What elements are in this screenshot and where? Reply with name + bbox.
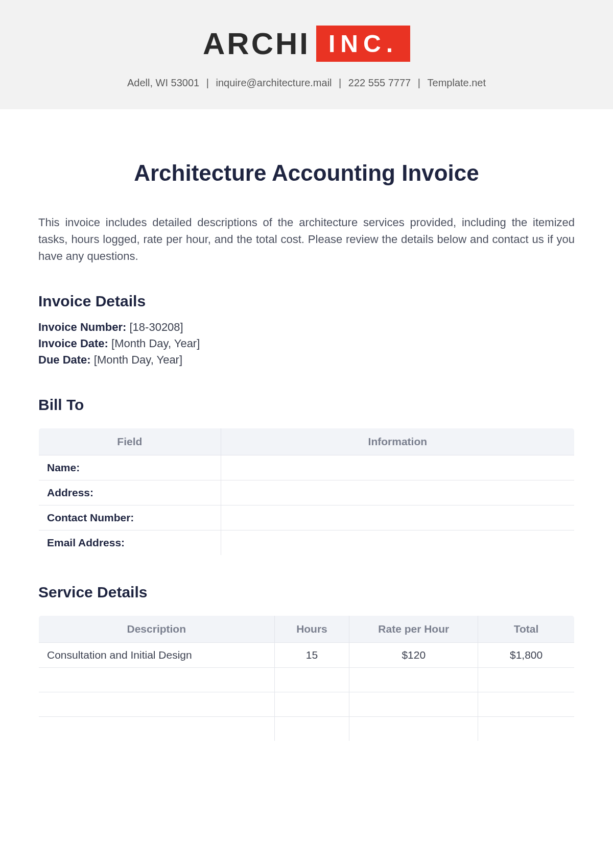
company-logo: ARCHI INC. [203,26,410,62]
cell-total[interactable] [478,667,575,692]
bill-to-section: Bill To Field Information Name: Address: [38,396,575,556]
field-value[interactable] [221,530,574,555]
field-label: Address: [39,480,221,505]
cell-total[interactable] [478,692,575,716]
field-value[interactable] [221,455,574,480]
table-row: Address: [39,480,575,505]
invoice-details-heading: Invoice Details [38,293,575,310]
intro-paragraph: This invoice includes detailed descripti… [38,214,575,264]
col-rate: Rate per Hour [349,615,478,642]
cell-rate[interactable] [349,667,478,692]
separator: | [339,77,341,88]
company-phone: 222 555 7777 [348,77,411,88]
service-details-heading: Service Details [38,584,575,601]
company-email: inquire@architecture.mail [216,77,332,88]
invoice-number-label: Invoice Number: [38,321,126,333]
company-site: Template.net [428,77,486,88]
cell-description[interactable] [39,716,275,741]
field-label: Name: [39,455,221,480]
separator: | [418,77,420,88]
cell-rate[interactable] [349,716,478,741]
table-row [39,667,575,692]
field-label: Email Address: [39,530,221,555]
field-label: Contact Number: [39,505,221,530]
cell-description[interactable] [39,667,275,692]
table-row: Contact Number: [39,505,575,530]
table-row: Email Address: [39,530,575,555]
cell-rate: $120 [349,642,478,667]
table-header-row: Description Hours Rate per Hour Total [39,615,575,642]
invoice-number-value: [18-30208] [130,321,183,333]
cell-rate[interactable] [349,692,478,716]
logo-text-left: ARCHI [203,26,310,61]
bill-to-heading: Bill To [38,396,575,414]
table-row: Consultation and Initial Design 15 $120 … [39,642,575,667]
table-header-row: Field Information [39,428,575,455]
due-date-label: Due Date: [38,353,91,366]
cell-total: $1,800 [478,642,575,667]
cell-hours[interactable] [274,692,349,716]
table-row: Name: [39,455,575,480]
company-address: Adell, WI 53001 [127,77,199,88]
cell-description[interactable] [39,692,275,716]
due-date-value: [Month Day, Year] [94,353,182,366]
table-row [39,716,575,741]
cell-hours[interactable] [274,716,349,741]
header: ARCHI INC. Adell, WI 53001 | inquire@arc… [0,0,613,109]
table-row [39,692,575,716]
col-description: Description [39,615,275,642]
cell-hours: 15 [274,642,349,667]
page-content: Architecture Accounting Invoice This inv… [0,109,613,762]
header-contact-line: Adell, WI 53001 | inquire@architecture.m… [0,77,613,89]
invoice-number-line: Invoice Number: [18-30208] [38,319,575,335]
col-total: Total [478,615,575,642]
due-date-line: Due Date: [Month Day, Year] [38,352,575,368]
cell-description: Consultation and Initial Design [39,642,275,667]
bill-to-table: Field Information Name: Address: Contact… [38,428,575,556]
col-hours: Hours [274,615,349,642]
invoice-date-line: Invoice Date: [Month Day, Year] [38,335,575,352]
logo-text-right: INC. [316,26,410,62]
col-field: Field [39,428,221,455]
separator: | [206,77,209,88]
field-value[interactable] [221,505,574,530]
service-table: Description Hours Rate per Hour Total Co… [38,615,575,741]
cell-hours[interactable] [274,667,349,692]
page-title: Architecture Accounting Invoice [38,160,575,186]
invoice-date-value: [Month Day, Year] [111,337,200,350]
service-details-section: Service Details Description Hours Rate p… [38,584,575,741]
invoice-details-section: Invoice Details Invoice Number: [18-3020… [38,293,575,368]
col-info: Information [221,428,574,455]
cell-total[interactable] [478,716,575,741]
field-value[interactable] [221,480,574,505]
invoice-date-label: Invoice Date: [38,337,108,350]
